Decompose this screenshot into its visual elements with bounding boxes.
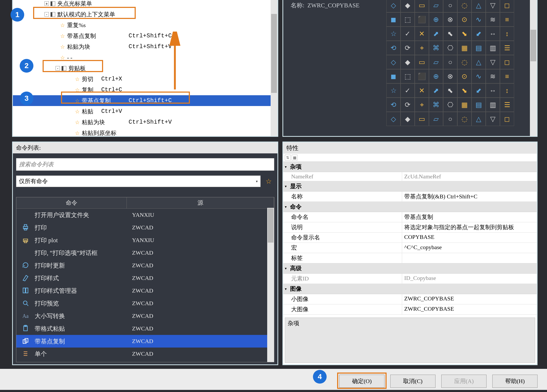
palette-icon[interactable]: ▽ xyxy=(486,55,500,69)
palette-icon[interactable]: ⊗ xyxy=(443,69,457,83)
palette-icon[interactable]: ↕ xyxy=(500,83,514,98)
palette-icon[interactable]: ▥ xyxy=(486,41,500,55)
command-row[interactable]: Aa大小写转换ZWCAD xyxy=(16,310,274,322)
command-filter-dropdown[interactable]: 仅所有命令 ▾ xyxy=(16,175,261,187)
tree-item[interactable]: ☆粘贴为块Ctrl+Shift+V xyxy=(13,41,277,52)
ok-button[interactable]: 确定(O) xyxy=(339,375,384,388)
palette-icon[interactable]: ⟲ xyxy=(386,98,401,112)
prop-display-name[interactable]: 命令显示名COPYBASE xyxy=(283,233,537,243)
palette-icon[interactable]: ⎔ xyxy=(443,98,457,112)
palette-icon[interactable]: ⬚ xyxy=(401,69,415,83)
menu-tree[interactable]: +夹点光标菜单-默认模式的上下文菜单☆重复%s☆带基点复制Ctrl+Shift+… xyxy=(13,0,277,137)
tree-item[interactable]: ☆粘贴到原坐标 xyxy=(13,128,277,137)
tree-item[interactable]: ☆剪切Ctrl+X xyxy=(13,74,277,84)
palette-icon[interactable]: △ xyxy=(472,55,486,69)
icon-palette-grid[interactable]: ◇◆▭▱○◌△▽◻◼⬚⬛⊕⊗⊙∿≋≡☆✓✕⬈⬉⬊⬋↔↕⟲⟳⌖⌘⎔▦▤▥☰◇◆▭▱… xyxy=(386,0,514,126)
palette-icon[interactable]: ✓ xyxy=(401,27,415,41)
tree-item[interactable]: -剪贴板 xyxy=(13,63,277,74)
palette-icon[interactable]: ✓ xyxy=(401,83,415,98)
palette-icon[interactable]: ◆ xyxy=(401,112,415,126)
palette-icon[interactable]: ▽ xyxy=(486,0,500,12)
palette-icon[interactable]: ⊕ xyxy=(429,69,443,83)
palette-icon[interactable]: ∿ xyxy=(472,12,486,27)
palette-icon[interactable]: ◇ xyxy=(386,112,401,126)
command-table-scrollbar[interactable] xyxy=(267,208,274,362)
command-search-input[interactable] xyxy=(16,158,274,171)
tree-item[interactable]: -默认模式的上下文菜单 xyxy=(13,9,277,20)
palette-scrollbar[interactable] xyxy=(530,0,537,136)
command-row[interactable]: 打印ZWCAD xyxy=(16,221,274,234)
column-header-source[interactable]: 源 xyxy=(127,197,274,208)
command-row[interactable]: 打印样式ZWCAD xyxy=(16,272,274,284)
palette-icon[interactable]: ⌖ xyxy=(415,41,429,55)
palette-icon[interactable]: ▭ xyxy=(415,0,429,12)
palette-icon[interactable]: ☆ xyxy=(386,27,401,41)
command-row[interactable]: 打印预览ZWCAD xyxy=(16,297,274,310)
palette-icon[interactable]: ≡ xyxy=(500,12,514,27)
column-header-command[interactable]: 命令 xyxy=(16,197,127,208)
category-advanced[interactable]: ▾高级 xyxy=(283,263,537,274)
palette-icon[interactable]: ◼ xyxy=(386,69,401,83)
palette-icon[interactable]: ▭ xyxy=(415,55,429,69)
palette-icon[interactable]: ⟳ xyxy=(401,41,415,55)
palette-icon[interactable]: ✕ xyxy=(415,83,429,98)
palette-icon[interactable]: ◻ xyxy=(500,0,514,12)
palette-icon[interactable]: ⬋ xyxy=(472,83,486,98)
tree-item[interactable]: ☆重复%s xyxy=(13,20,277,31)
palette-icon[interactable]: ⟲ xyxy=(386,41,401,55)
palette-icon[interactable]: ⌘ xyxy=(429,98,443,112)
tree-item[interactable]: ☆- - xyxy=(13,52,277,63)
palette-icon[interactable]: ⬈ xyxy=(429,83,443,98)
command-row[interactable]: 打印时更新ZWCAD xyxy=(16,259,274,272)
tree-item[interactable]: +夹点光标菜单 xyxy=(13,0,277,9)
tree-scrollbar[interactable] xyxy=(271,0,277,136)
palette-icon[interactable]: ▱ xyxy=(429,55,443,69)
command-row[interactable]: 打开用户设置文件夹YANXIU xyxy=(16,209,274,221)
palette-icon[interactable]: ☆ xyxy=(386,83,401,98)
palette-icon[interactable]: ⬚ xyxy=(401,12,415,27)
palette-icon[interactable]: ⌖ xyxy=(415,98,429,112)
palette-icon[interactable]: ☰ xyxy=(500,41,514,55)
palette-icon[interactable]: △ xyxy=(472,112,486,126)
prop-tag[interactable]: 标签 xyxy=(283,253,537,263)
category-misc[interactable]: ▾杂项 xyxy=(283,162,537,172)
palette-icon[interactable]: ○ xyxy=(443,0,457,12)
palette-icon[interactable]: ⎔ xyxy=(443,41,457,55)
prop-group-icon[interactable]: ▦ xyxy=(292,155,297,160)
tree-item[interactable]: ☆粘贴Ctrl+V xyxy=(13,106,277,117)
palette-icon[interactable]: ◌ xyxy=(457,112,472,126)
palette-icon[interactable]: ⬊ xyxy=(457,27,472,41)
palette-icon[interactable]: ◇ xyxy=(386,55,401,69)
category-display[interactable]: ▾显示 xyxy=(283,181,537,192)
palette-icon[interactable]: ▥ xyxy=(486,98,500,112)
palette-icon[interactable]: ◇ xyxy=(386,0,401,12)
prop-sort-icon[interactable]: ⇅ xyxy=(285,155,291,160)
palette-icon[interactable]: ◻ xyxy=(500,55,514,69)
command-row[interactable]: 带基点复制ZWCAD xyxy=(16,335,274,348)
prop-macro[interactable]: 宏^C^C_copybase xyxy=(283,243,537,253)
palette-icon[interactable]: ○ xyxy=(443,112,457,126)
palette-icon[interactable]: ☰ xyxy=(500,98,514,112)
palette-icon[interactable]: ⊙ xyxy=(457,12,472,27)
command-row[interactable]: 带格式粘贴ZWCAD xyxy=(16,322,274,335)
palette-icon[interactable]: ▱ xyxy=(429,0,443,12)
palette-icon[interactable]: ↔ xyxy=(486,27,500,41)
palette-icon[interactable]: ◆ xyxy=(401,55,415,69)
palette-icon[interactable]: ⊙ xyxy=(457,69,472,83)
tree-item[interactable]: ☆带基点复制Ctrl+Shift+C xyxy=(13,95,277,106)
palette-icon[interactable]: ⬋ xyxy=(472,27,486,41)
apply-button[interactable]: 应用(A) xyxy=(441,375,487,388)
palette-icon[interactable]: ◻ xyxy=(500,112,514,126)
palette-icon[interactable]: ▱ xyxy=(429,112,443,126)
palette-icon[interactable]: ⟳ xyxy=(401,98,415,112)
palette-icon[interactable]: ◆ xyxy=(401,0,415,12)
palette-icon[interactable]: ↕ xyxy=(500,27,514,41)
palette-icon[interactable]: ◼ xyxy=(386,12,401,27)
palette-icon[interactable]: ≋ xyxy=(486,69,500,83)
palette-icon[interactable]: ⬛ xyxy=(415,12,429,27)
palette-icon[interactable]: ⬉ xyxy=(443,83,457,98)
prop-small-image[interactable]: 小图像ZWRC_COPYBASE xyxy=(283,294,537,304)
palette-icon[interactable]: ✕ xyxy=(415,27,429,41)
palette-icon[interactable]: ≡ xyxy=(500,69,514,83)
tree-item[interactable]: ☆带基点复制Ctrl+Shift+C xyxy=(13,31,277,41)
